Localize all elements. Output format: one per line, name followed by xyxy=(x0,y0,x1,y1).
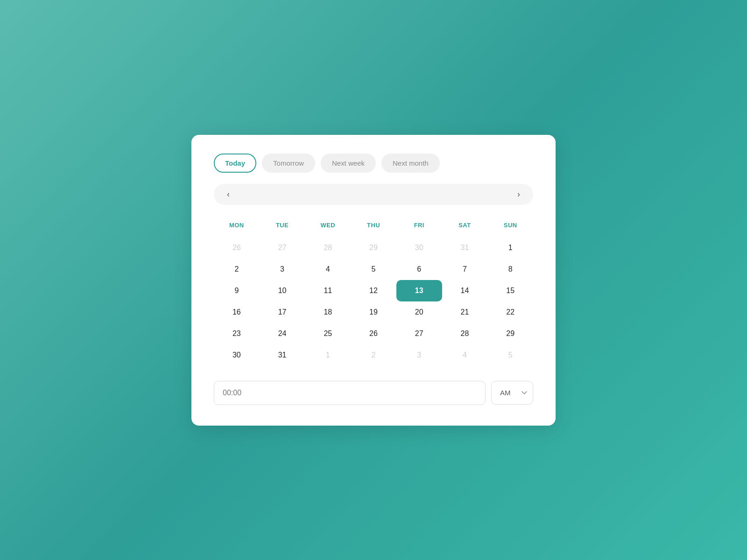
day-cell[interactable]: 6 xyxy=(396,259,442,280)
day-cell[interactable]: 11 xyxy=(305,280,351,301)
day-cell: 27 xyxy=(260,237,305,259)
calendar-grid: MONTUEWEDTHUFRISATSUN2627282930311234567… xyxy=(214,218,533,366)
day-cell[interactable]: 14 xyxy=(442,280,488,301)
day-cell[interactable]: 9 xyxy=(214,280,260,301)
day-cell[interactable]: 23 xyxy=(214,323,260,344)
day-cell[interactable]: 8 xyxy=(487,259,533,280)
next-month-button[interactable]: › xyxy=(514,188,524,201)
quick-btn-next-month[interactable]: Next month xyxy=(381,154,440,173)
time-input[interactable] xyxy=(214,381,486,405)
day-cell[interactable]: 4 xyxy=(305,259,351,280)
quick-buttons-bar: TodayTomorrowNext weekNext month xyxy=(214,154,533,173)
day-cell[interactable]: 1 xyxy=(487,237,533,259)
day-cell: 4 xyxy=(442,344,488,366)
day-cell: 26 xyxy=(214,237,260,259)
day-cell[interactable]: 27 xyxy=(396,323,442,344)
day-cell[interactable]: 31 xyxy=(260,344,305,366)
day-cell[interactable]: 19 xyxy=(351,301,396,323)
day-cell[interactable]: 26 xyxy=(351,323,396,344)
quick-btn-today[interactable]: Today xyxy=(214,154,256,173)
calendar-card: TodayTomorrowNext weekNext month ‹ › MON… xyxy=(191,135,556,426)
day-cell: 31 xyxy=(442,237,488,259)
day-cell: 30 xyxy=(396,237,442,259)
day-header-mon: MON xyxy=(214,218,260,237)
ampm-select[interactable]: AM PM xyxy=(491,381,533,405)
day-cell[interactable]: 29 xyxy=(487,323,533,344)
day-cell[interactable]: 10 xyxy=(260,280,305,301)
day-cell: 2 xyxy=(351,344,396,366)
day-cell[interactable]: 5 xyxy=(351,259,396,280)
day-cell[interactable]: 7 xyxy=(442,259,488,280)
day-cell[interactable]: 25 xyxy=(305,323,351,344)
quick-btn-next-week[interactable]: Next week xyxy=(321,154,376,173)
time-section: AM PM xyxy=(214,381,533,405)
day-cell[interactable]: 20 xyxy=(396,301,442,323)
prev-month-button[interactable]: ‹ xyxy=(223,188,233,201)
day-cell[interactable]: 3 xyxy=(260,259,305,280)
day-cell: 29 xyxy=(351,237,396,259)
day-header-sat: SAT xyxy=(442,218,488,237)
day-header-wed: WED xyxy=(305,218,351,237)
day-cell[interactable]: 16 xyxy=(214,301,260,323)
day-cell[interactable]: 13 xyxy=(396,280,442,301)
month-navigation: ‹ › xyxy=(214,184,533,205)
day-cell[interactable]: 22 xyxy=(487,301,533,323)
day-cell[interactable]: 18 xyxy=(305,301,351,323)
day-cell[interactable]: 2 xyxy=(214,259,260,280)
day-cell: 28 xyxy=(305,237,351,259)
day-header-tue: TUE xyxy=(260,218,305,237)
day-header-sun: SUN xyxy=(487,218,533,237)
day-cell[interactable]: 21 xyxy=(442,301,488,323)
day-cell[interactable]: 12 xyxy=(351,280,396,301)
day-cell[interactable]: 28 xyxy=(442,323,488,344)
day-header-thu: THU xyxy=(351,218,396,237)
quick-btn-tomorrow[interactable]: Tomorrow xyxy=(262,154,315,173)
day-cell: 1 xyxy=(305,344,351,366)
day-cell: 5 xyxy=(487,344,533,366)
day-cell[interactable]: 30 xyxy=(214,344,260,366)
day-cell[interactable]: 17 xyxy=(260,301,305,323)
day-cell[interactable]: 15 xyxy=(487,280,533,301)
day-header-fri: FRI xyxy=(396,218,442,237)
day-cell[interactable]: 24 xyxy=(260,323,305,344)
day-cell: 3 xyxy=(396,344,442,366)
